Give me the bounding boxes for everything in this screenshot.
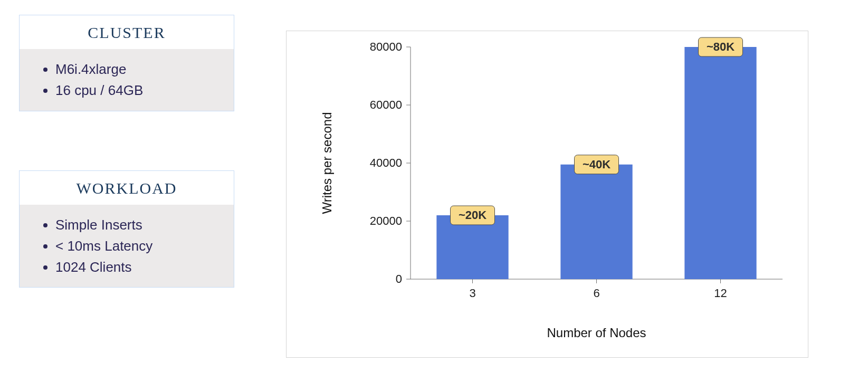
cluster-box: CLUSTER M6i.4xlarge 16 cpu / 64GB xyxy=(19,15,234,111)
x-tick-label: 12 xyxy=(714,287,727,300)
workload-body: Simple Inserts < 10ms Latency 1024 Clien… xyxy=(20,205,234,288)
y-tick-label: 20000 xyxy=(370,214,402,227)
value-badge-text: ~80K xyxy=(707,40,735,53)
value-badge-text: ~40K xyxy=(583,158,611,171)
y-tick-label: 40000 xyxy=(370,156,402,169)
list-item: < 10ms Latency xyxy=(55,235,223,256)
cluster-body: M6i.4xlarge 16 cpu / 64GB xyxy=(20,49,234,111)
list-item: M6i.4xlarge xyxy=(55,59,223,80)
value-badge-text: ~20K xyxy=(459,208,487,222)
x-tick-label: 6 xyxy=(593,287,599,300)
x-axis-title: Number of Nodes xyxy=(547,326,646,340)
workload-title: WORKLOAD xyxy=(20,171,234,205)
list-item: Simple Inserts xyxy=(55,214,223,235)
writes-per-second-bar-chart: 0200004000060000800003612~20K~40K~80KNum… xyxy=(287,31,809,358)
chart-bar xyxy=(560,165,632,279)
info-panel-left: CLUSTER M6i.4xlarge 16 cpu / 64GB WORKLO… xyxy=(19,15,234,288)
chart-panel: 0200004000060000800003612~20K~40K~80KNum… xyxy=(286,31,808,358)
workload-box: WORKLOAD Simple Inserts < 10ms Latency 1… xyxy=(19,170,234,288)
cluster-list: M6i.4xlarge 16 cpu / 64GB xyxy=(43,59,223,101)
x-tick-label: 3 xyxy=(469,287,475,300)
workload-list: Simple Inserts < 10ms Latency 1024 Clien… xyxy=(43,214,223,278)
list-item: 16 cpu / 64GB xyxy=(55,80,223,101)
y-tick-label: 0 xyxy=(396,272,402,285)
list-item: 1024 Clients xyxy=(55,256,223,278)
y-axis-title: Writes per second xyxy=(320,112,334,214)
chart-bar xyxy=(684,47,756,279)
y-tick-label: 80000 xyxy=(370,40,402,53)
cluster-title: CLUSTER xyxy=(20,15,234,49)
y-tick-label: 60000 xyxy=(370,98,402,111)
